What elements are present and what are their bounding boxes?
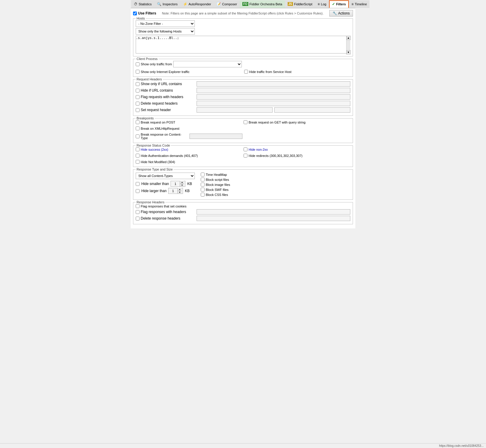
block-css-row: Block CSS files xyxy=(201,193,350,197)
response-status-section: Response Status Code Hide success (2xx) … xyxy=(133,145,353,167)
hide-service-host-checkbox[interactable] xyxy=(244,70,248,74)
break-xmlhttp-checkbox[interactable] xyxy=(136,126,140,130)
block-image-checkbox[interactable] xyxy=(201,183,205,186)
inspectors-icon: 🔍 xyxy=(157,2,161,6)
actions-icon: 🔧 xyxy=(333,11,337,15)
hide-non2xx-checkbox[interactable] xyxy=(244,147,247,151)
hide-larger-row: Hide larger than ▲ ▼ KB xyxy=(136,188,195,194)
break-content-type-row: Break response on Content-Type xyxy=(136,133,242,140)
zone-filter-dropdown[interactable]: - No Zone Filter - Zone 1 Zone 2 xyxy=(136,20,195,27)
flag-headers-row: Flag responses with headers xyxy=(136,209,350,215)
flag-requests-input[interactable] xyxy=(197,94,350,100)
tab-filters[interactable]: ✓ Filters xyxy=(329,0,349,8)
show-traffic-checkbox[interactable] xyxy=(136,62,140,66)
request-headers-title: Request Headers xyxy=(136,77,163,81)
hide-url-input[interactable] xyxy=(197,88,350,93)
delete-request-headers-checkbox[interactable] xyxy=(136,102,140,105)
traffic-from-dropdown[interactable] xyxy=(173,61,242,67)
timeline-icon: ≡ xyxy=(351,2,354,6)
actions-button[interactable]: 🔧 Actions xyxy=(329,10,353,17)
statistics-icon: ⏱ xyxy=(134,2,137,6)
delete-request-headers-input[interactable] xyxy=(197,101,350,106)
block-script-checkbox[interactable] xyxy=(201,178,205,181)
break-get-checkbox[interactable] xyxy=(244,120,247,124)
client-process-checkboxes: Show only traffic from Show only Interne… xyxy=(136,61,350,75)
hide-success-checkbox[interactable] xyxy=(136,147,140,151)
break-get-row: Break request on GET with query string xyxy=(244,120,350,124)
response-status-grid: Hide success (2xx) Hide non-2xx Hide Aut… xyxy=(136,147,350,165)
hide-smaller-up-arrow[interactable]: ▲ xyxy=(180,181,184,184)
break-post-checkbox[interactable] xyxy=(136,120,140,124)
response-right: Time HeatMap Block script files Block im… xyxy=(201,173,350,198)
hide-auth-row: Hide Authentication demands (401,407) xyxy=(136,154,242,158)
flag-cookies-checkbox[interactable] xyxy=(136,204,140,208)
host-filter-row: Show only the following Hosts Hide the f… xyxy=(136,28,350,35)
tab-timeline[interactable]: ≡ Timeline xyxy=(349,0,370,8)
block-swf-checkbox[interactable] xyxy=(201,188,205,191)
scroll-up-arrow[interactable]: ▲ xyxy=(346,36,351,40)
hide-url-checkbox[interactable] xyxy=(136,89,140,92)
flag-cookies-row: Flag responses that set cookies xyxy=(136,204,350,208)
hide-larger-value[interactable] xyxy=(169,189,177,193)
content-type-dropdown[interactable]: Show all Content-Types Hide images Show … xyxy=(136,173,195,179)
hide-smaller-value[interactable] xyxy=(171,182,180,186)
hide-not-modified-checkbox[interactable] xyxy=(136,160,140,164)
hide-auth-checkbox[interactable] xyxy=(136,154,140,158)
break-content-type-input[interactable] xyxy=(189,134,242,139)
hide-smaller-checkbox[interactable] xyxy=(136,182,140,186)
hide-larger-down-arrow[interactable]: ▼ xyxy=(177,191,182,194)
break-post-row: Break request on POST xyxy=(136,120,242,124)
block-script-row: Block script files xyxy=(201,178,350,181)
hide-service-host-row: Hide traffic from Service Host xyxy=(244,70,350,74)
filters-icon: ✓ xyxy=(332,2,335,6)
tab-log[interactable]: ≡ Log xyxy=(315,0,329,8)
response-headers-section: Response Headers Flag responses that set… xyxy=(133,202,353,224)
hide-redirects-checkbox[interactable] xyxy=(244,154,247,158)
use-filters-checkbox[interactable] xyxy=(133,12,137,15)
hosts-textarea[interactable]: .s.anjys.s.1.....Bl..; xyxy=(136,36,350,53)
set-header-value-input[interactable] xyxy=(274,107,350,113)
hide-redirects-row: Hide redirects (300,301,302,303,307) xyxy=(244,154,350,158)
break-content-type-checkbox[interactable] xyxy=(136,134,140,138)
time-heatmap-checkbox[interactable] xyxy=(201,173,205,176)
flag-headers-input[interactable] xyxy=(197,209,350,215)
show-only-url-input[interactable] xyxy=(197,81,350,87)
delete-response-headers-input[interactable] xyxy=(197,216,350,221)
block-css-checkbox[interactable] xyxy=(201,193,205,197)
note-text: Note: Filters on this page are a simple … xyxy=(159,12,326,15)
tab-composer[interactable]: 📝 Composer xyxy=(214,0,240,8)
hide-larger-checkbox[interactable] xyxy=(136,189,140,193)
fiddlerscript-icon: JS xyxy=(288,2,293,6)
hide-smaller-down-arrow[interactable]: ▼ xyxy=(180,184,184,187)
set-request-header-checkbox[interactable] xyxy=(136,108,140,112)
time-heatmap-row: Time HeatMap xyxy=(201,173,350,176)
flag-requests-checkbox[interactable] xyxy=(136,95,140,99)
hide-success-row: Hide success (2xx) xyxy=(136,147,242,151)
tab-autoresponder[interactable]: ⚡ AutoResponder xyxy=(180,0,214,8)
client-process-section: Client Process Show only traffic from Sh… xyxy=(133,59,353,77)
hide-smaller-row: Hide smaller than ▲ ▼ KB xyxy=(136,181,195,187)
tab-statistics[interactable]: ⏱ Statistics xyxy=(131,0,154,8)
tab-fiddler-orchestra[interactable]: FO Fiddler Orchestra Beta xyxy=(240,0,285,8)
use-filters-label[interactable]: Use Filters xyxy=(133,11,156,15)
hide-url-row: Hide if URL contains xyxy=(136,88,350,93)
delete-request-headers-row: Delete request headers xyxy=(136,101,350,106)
delete-response-headers-checkbox[interactable] xyxy=(136,217,140,220)
scroll-down-arrow[interactable]: ▼ xyxy=(346,50,351,54)
breakpoints-grid: Break request on POST Break request on G… xyxy=(136,120,350,141)
block-image-row: Block image files xyxy=(201,183,350,186)
show-traffic-row: Show only traffic from xyxy=(136,61,242,67)
set-header-name-input[interactable] xyxy=(197,107,273,113)
response-type-section: Response Type and Size Show all Content-… xyxy=(133,169,353,200)
host-filter-dropdown[interactable]: Show only the following Hosts Hide the f… xyxy=(136,28,195,35)
hide-larger-up-arrow[interactable]: ▲ xyxy=(177,188,182,191)
show-only-url-checkbox[interactable] xyxy=(136,82,140,86)
breakpoints-section: Breakpoints Break request on POST Break … xyxy=(133,118,353,143)
tab-fiddlerscript[interactable]: JS FiddlerScript xyxy=(285,0,315,8)
show-ie-checkbox[interactable] xyxy=(136,70,140,74)
tab-inspectors[interactable]: 🔍 Inspectors xyxy=(154,0,180,8)
break-xmlhttp-row: Break on XMLHttpRequest xyxy=(136,126,242,130)
hide-larger-arrows: ▲ ▼ xyxy=(177,188,182,194)
show-only-url-row: Show only if URL contains xyxy=(136,81,350,87)
flag-headers-checkbox[interactable] xyxy=(136,210,140,214)
